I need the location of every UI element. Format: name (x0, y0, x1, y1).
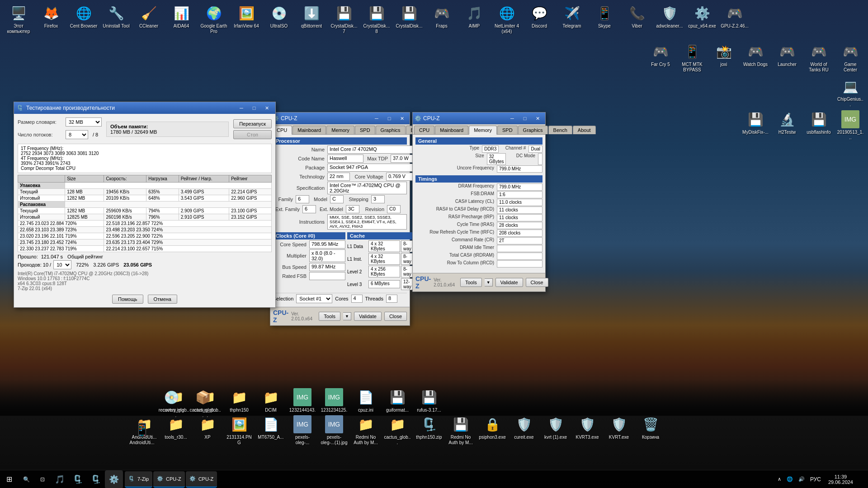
mem-tab-graphics[interactable]: Graphics (518, 126, 548, 134)
icon-kvrt-exe[interactable]: 🛡️ KVRT.exe (604, 413, 634, 447)
start-button[interactable]: ⊞ (0, 470, 18, 488)
icon-thphn150zip[interactable]: 🗜️ thphn150.zip (414, 413, 444, 447)
cpuz-mem-validate-btn[interactable]: Validate (495, 278, 523, 287)
mem-tab-about[interactable]: About (573, 126, 596, 134)
icon-cactus-glob1[interactable]: 📦 cactus_glob... (188, 386, 218, 420)
icon-h2testw[interactable]: 🔬 H2Testw (772, 108, 802, 142)
mem-tab-memory[interactable]: Memory (469, 126, 497, 135)
tray-network[interactable]: 🌐 (785, 476, 795, 482)
tray-language[interactable]: РУС (808, 476, 823, 483)
dict-size-select[interactable]: 32 MB (66, 117, 102, 127)
cpuz-cpu-close-btn[interactable]: ✕ (396, 114, 408, 123)
icon-watch-dogs[interactable]: 🎮 Watch Dogs (740, 41, 771, 75)
tray-volume[interactable]: 🔊 (797, 476, 807, 482)
cpuz-mem-tools-dropdown-btn[interactable]: ▼ (485, 278, 493, 286)
perf-maximize-btn[interactable]: □ (248, 103, 260, 113)
icon-png2131[interactable]: 🖼️ 2131314.PNG (224, 413, 255, 447)
cpuz-tools-btn[interactable]: Tools (319, 312, 340, 321)
cpuz-mem-close-btn[interactable]: ✕ (532, 114, 543, 123)
cpuz-mem-close-btn[interactable]: Close (526, 278, 548, 287)
icon-usbflashinfo[interactable]: 💾 usbflashinfo (803, 108, 834, 142)
cancel-btn[interactable]: Отмена (148, 295, 177, 304)
icon-redmi-no1[interactable]: 📁 Redmi NoAuth by M... (350, 413, 381, 447)
icon-recovery-img[interactable]: 💿 recovery.img (156, 386, 187, 420)
reload-btn[interactable]: Перезапуск (233, 119, 272, 128)
icon-mt6750[interactable]: 📄 MT6750_A... (255, 413, 286, 447)
icon-adwcleaner[interactable]: 🛡️ adwcleaner... (653, 2, 686, 31)
passes-select[interactable]: 10 (53, 260, 71, 269)
icon-redmi-no2[interactable]: 💾 Redmi NoAuth by M... (445, 413, 476, 447)
icon-mct-mtk[interactable]: 📱 MCT MTK BYPASS (677, 41, 708, 75)
icon-crystaldiskm[interactable]: 💾 CrystalDisk... (393, 2, 425, 31)
cpuz-mem-tools-btn[interactable]: Tools (460, 278, 482, 287)
perf-close-btn[interactable]: ✕ (261, 103, 273, 113)
icon-farcry5[interactable]: 🎮 Far Cry 5 (645, 41, 676, 75)
icon-viber[interactable]: 📞 Viber (621, 2, 653, 31)
icon-netlimiter[interactable]: 🌐 NetLimiter 4 (x64) (491, 2, 523, 36)
icon-launcher[interactable]: 🎮 Launcher (772, 41, 802, 75)
icon-ultraiso[interactable]: 💿 UltraISO (263, 2, 295, 31)
tray-expand[interactable]: ∧ (776, 476, 783, 482)
selection-select[interactable]: Socket #1 (296, 294, 332, 303)
icon-game-center[interactable]: 🎮 Game Center (835, 41, 866, 75)
icon-discord[interactable]: 💬 Discord (523, 2, 556, 31)
tab-graphics[interactable]: Graphics (376, 126, 406, 134)
taskbar-cpuz2-item[interactable]: ⚙️ CPU-Z (186, 471, 217, 488)
icon-joxi[interactable]: 📸 joxi (708, 41, 739, 75)
icon-cpuz-exe[interactable]: ⚙️ cpuz_x64.exe (686, 2, 718, 31)
icon-androidutil1[interactable]: 📱 AndroidUti... (127, 419, 157, 447)
cpuz-tools-dropdown-btn[interactable]: ▼ (343, 312, 351, 320)
stop-btn[interactable]: Стоп (233, 130, 272, 139)
icon-irfanview[interactable]: 🖼️ IrfanView 64 (230, 2, 263, 31)
taskbar-cpuz1-item[interactable]: ⚙️ CPU-Z (153, 471, 185, 488)
pinned-7zip1[interactable]: 🗜️ (69, 470, 87, 488)
icon-pexels1[interactable]: IMG pexels-oleg-... (287, 413, 318, 447)
mem-tab-cpu[interactable]: CPU (414, 126, 434, 134)
pinned-cpuz[interactable]: ⚙️ (105, 470, 123, 488)
cpuz-close-btn[interactable]: Close (384, 312, 407, 321)
mem-tab-mainboard[interactable]: Mainboard (435, 126, 468, 134)
icon-cureit[interactable]: 🛡️ cureit.exe (509, 413, 539, 447)
icon-firefox[interactable]: 🦊 Firefox (35, 2, 67, 31)
icon-cent-browser[interactable]: 🌐 Cent Browser (67, 2, 100, 31)
icon-mydiskfix[interactable]: 💾 MyDiskFix-... (740, 108, 771, 142)
icon-psiphon3[interactable]: 🔒 psiphon3.exe (477, 413, 508, 447)
icon-aida64[interactable]: 📊 AIDA64 (165, 2, 198, 31)
icon-telegram[interactable]: ✈️ Telegram (556, 2, 588, 31)
icon-skype[interactable]: 📱 Skype (588, 2, 621, 31)
tab-spd[interactable]: SPD (355, 126, 375, 134)
icon-aimp[interactable]: 🎵 AIMP (458, 2, 491, 31)
icon-recycle-bin[interactable]: 🗑️ Корзина (635, 413, 666, 447)
icon-qbittorrent[interactable]: ⬇️ qBittorrent (295, 2, 328, 31)
cpuz-cpu-maximize-btn[interactable]: □ (383, 114, 395, 123)
icon-google-earth[interactable]: 🌍 Google Earth Pro (198, 2, 230, 36)
cpuz-validate-btn[interactable]: Validate (354, 312, 382, 321)
tray-clock[interactable]: 11:39 29.06.2024 (825, 474, 857, 485)
icon-kvrt3[interactable]: 🛡️ KVRT3.exe (572, 413, 603, 447)
icon-cactus-glob4[interactable]: 📁 cactus_glob... (382, 413, 413, 447)
icon-gpu-z[interactable]: 🎮 GPU-Z.2.46... (718, 2, 751, 31)
icon-img20190513[interactable]: IMG 20190513_1... (835, 108, 866, 142)
mem-tab-spd[interactable]: SPD (497, 126, 518, 134)
search-button[interactable]: 🔍 (18, 471, 34, 488)
icon-uninstall-tool[interactable]: 🔧 Uninstall Tool (100, 2, 132, 31)
help-btn[interactable]: Помощь (112, 295, 143, 304)
tab-mainboard[interactable]: Mainboard (292, 126, 326, 134)
icon-ccleaner[interactable]: 🧹 CCleaner (132, 2, 165, 31)
icon-crystaldisk7[interactable]: 💾 CrystalDisk... 7 (328, 2, 360, 36)
icon-crystaldisk8[interactable]: 💾 CrystalDisk... 8 (360, 2, 393, 36)
mem-tab-bench[interactable]: Bench (548, 126, 572, 134)
icon-pexels2[interactable]: IMG pexels-oleg-...(1).jpg (319, 413, 349, 447)
threads-select[interactable]: 8 (66, 130, 88, 139)
task-view-button[interactable]: ⊡ (34, 471, 51, 488)
icon-fraps[interactable]: 🎮 Fraps (425, 2, 458, 31)
icon-chipgenius[interactable]: 💻 ChipGenius... (835, 75, 866, 109)
icon-world-tanks[interactable]: 🎮 World ofTanks RU (803, 41, 834, 75)
icon-kvrt1[interactable]: 🛡️ kvrt (1).exe (540, 413, 571, 447)
cpuz-mem-minimize-btn[interactable]: ─ (506, 114, 518, 123)
cpuz-cpu-minimize-btn[interactable]: ─ (371, 114, 382, 123)
pinned-7zip2[interactable]: 🗜️ (87, 470, 105, 488)
cpuz-mem-maximize-btn[interactable]: □ (519, 114, 531, 123)
taskbar-perf-item[interactable]: 🗜️ 7-Zip (125, 471, 152, 488)
perf-minimize-btn[interactable]: ─ (236, 103, 247, 113)
